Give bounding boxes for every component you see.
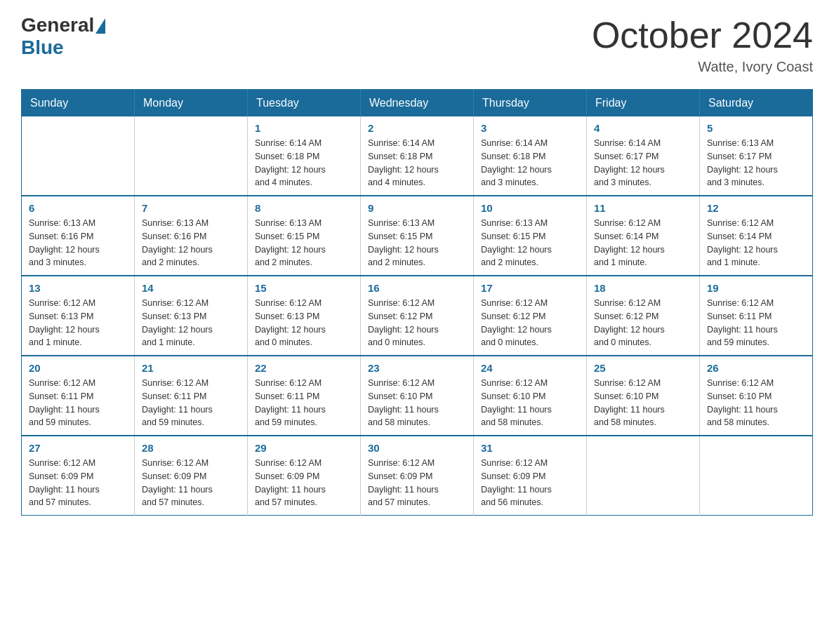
day-info: Sunrise: 6:12 AMSunset: 6:13 PMDaylight:…: [29, 297, 127, 349]
calendar-cell: 25Sunrise: 6:12 AMSunset: 6:10 PMDayligh…: [587, 356, 700, 436]
header-thursday: Thursday: [474, 90, 587, 117]
logo-general-text: General: [21, 14, 94, 36]
header-wednesday: Wednesday: [361, 90, 474, 117]
day-number: 10: [481, 202, 579, 214]
week-row-4: 20Sunrise: 6:12 AMSunset: 6:11 PMDayligh…: [22, 356, 813, 436]
day-number: 28: [142, 442, 240, 454]
day-info: Sunrise: 6:12 AMSunset: 6:10 PMDaylight:…: [481, 377, 579, 429]
header-row: SundayMondayTuesdayWednesdayThursdayFrid…: [22, 90, 813, 117]
day-info: Sunrise: 6:12 AMSunset: 6:10 PMDaylight:…: [707, 377, 805, 429]
calendar-cell: 13Sunrise: 6:12 AMSunset: 6:13 PMDayligh…: [22, 276, 135, 356]
day-number: 7: [142, 202, 240, 214]
page-header: General Blue October 2024 Watte, Ivory C…: [21, 14, 813, 75]
calendar-cell: [22, 116, 135, 196]
day-number: 1: [255, 122, 353, 134]
day-number: 27: [29, 442, 127, 454]
day-info: Sunrise: 6:12 AMSunset: 6:11 PMDaylight:…: [29, 377, 127, 429]
day-info: Sunrise: 6:14 AMSunset: 6:18 PMDaylight:…: [481, 137, 579, 189]
day-number: 14: [142, 282, 240, 294]
day-number: 4: [594, 122, 692, 134]
day-info: Sunrise: 6:13 AMSunset: 6:15 PMDaylight:…: [481, 217, 579, 269]
logo: General Blue: [21, 14, 105, 59]
day-info: Sunrise: 6:13 AMSunset: 6:16 PMDaylight:…: [29, 217, 127, 269]
header-monday: Monday: [135, 90, 248, 117]
calendar-cell: 29Sunrise: 6:12 AMSunset: 6:09 PMDayligh…: [248, 436, 361, 516]
subtitle: Watte, Ivory Coast: [592, 59, 813, 75]
day-number: 31: [481, 442, 579, 454]
day-number: 19: [707, 282, 805, 294]
day-info: Sunrise: 6:12 AMSunset: 6:13 PMDaylight:…: [142, 297, 240, 349]
week-row-5: 27Sunrise: 6:12 AMSunset: 6:09 PMDayligh…: [22, 436, 813, 516]
day-number: 13: [29, 282, 127, 294]
calendar-cell: 4Sunrise: 6:14 AMSunset: 6:17 PMDaylight…: [587, 116, 700, 196]
day-info: Sunrise: 6:12 AMSunset: 6:09 PMDaylight:…: [29, 457, 127, 509]
day-number: 2: [368, 122, 466, 134]
day-number: 25: [594, 362, 692, 374]
day-info: Sunrise: 6:13 AMSunset: 6:15 PMDaylight:…: [255, 217, 353, 269]
day-info: Sunrise: 6:12 AMSunset: 6:11 PMDaylight:…: [707, 297, 805, 349]
main-title: October 2024: [592, 14, 813, 56]
day-number: 5: [707, 122, 805, 134]
calendar-cell: 17Sunrise: 6:12 AMSunset: 6:12 PMDayligh…: [474, 276, 587, 356]
calendar-cell: 14Sunrise: 6:12 AMSunset: 6:13 PMDayligh…: [135, 276, 248, 356]
logo-triangle-icon: [95, 18, 105, 34]
calendar-cell: 6Sunrise: 6:13 AMSunset: 6:16 PMDaylight…: [22, 196, 135, 276]
calendar-cell: [587, 436, 700, 516]
calendar-cell: 9Sunrise: 6:13 AMSunset: 6:15 PMDaylight…: [361, 196, 474, 276]
day-info: Sunrise: 6:12 AMSunset: 6:10 PMDaylight:…: [594, 377, 692, 429]
day-number: 3: [481, 122, 579, 134]
calendar-cell: 2Sunrise: 6:14 AMSunset: 6:18 PMDaylight…: [361, 116, 474, 196]
calendar-cell: 16Sunrise: 6:12 AMSunset: 6:12 PMDayligh…: [361, 276, 474, 356]
day-info: Sunrise: 6:12 AMSunset: 6:11 PMDaylight:…: [255, 377, 353, 429]
week-row-2: 6Sunrise: 6:13 AMSunset: 6:16 PMDaylight…: [22, 196, 813, 276]
calendar-cell: 21Sunrise: 6:12 AMSunset: 6:11 PMDayligh…: [135, 356, 248, 436]
calendar-cell: 20Sunrise: 6:12 AMSunset: 6:11 PMDayligh…: [22, 356, 135, 436]
header-saturday: Saturday: [700, 90, 813, 117]
day-number: 26: [707, 362, 805, 374]
day-info: Sunrise: 6:14 AMSunset: 6:18 PMDaylight:…: [255, 137, 353, 189]
day-info: Sunrise: 6:12 AMSunset: 6:09 PMDaylight:…: [255, 457, 353, 509]
day-number: 15: [255, 282, 353, 294]
calendar-cell: 22Sunrise: 6:12 AMSunset: 6:11 PMDayligh…: [248, 356, 361, 436]
day-number: 29: [255, 442, 353, 454]
day-info: Sunrise: 6:14 AMSunset: 6:17 PMDaylight:…: [594, 137, 692, 189]
calendar-cell: 11Sunrise: 6:12 AMSunset: 6:14 PMDayligh…: [587, 196, 700, 276]
day-number: 17: [481, 282, 579, 294]
calendar-cell: 15Sunrise: 6:12 AMSunset: 6:13 PMDayligh…: [248, 276, 361, 356]
day-info: Sunrise: 6:12 AMSunset: 6:14 PMDaylight:…: [594, 217, 692, 269]
calendar-cell: 26Sunrise: 6:12 AMSunset: 6:10 PMDayligh…: [700, 356, 813, 436]
day-info: Sunrise: 6:13 AMSunset: 6:17 PMDaylight:…: [707, 137, 805, 189]
calendar-cell: 7Sunrise: 6:13 AMSunset: 6:16 PMDaylight…: [135, 196, 248, 276]
day-info: Sunrise: 6:14 AMSunset: 6:18 PMDaylight:…: [368, 137, 466, 189]
day-info: Sunrise: 6:12 AMSunset: 6:09 PMDaylight:…: [368, 457, 466, 509]
day-number: 16: [368, 282, 466, 294]
day-number: 30: [368, 442, 466, 454]
day-info: Sunrise: 6:13 AMSunset: 6:15 PMDaylight:…: [368, 217, 466, 269]
day-number: 18: [594, 282, 692, 294]
day-number: 20: [29, 362, 127, 374]
day-number: 11: [594, 202, 692, 214]
calendar-cell: 23Sunrise: 6:12 AMSunset: 6:10 PMDayligh…: [361, 356, 474, 436]
calendar-cell: 5Sunrise: 6:13 AMSunset: 6:17 PMDaylight…: [700, 116, 813, 196]
day-info: Sunrise: 6:12 AMSunset: 6:12 PMDaylight:…: [481, 297, 579, 349]
day-number: 22: [255, 362, 353, 374]
calendar-header: SundayMondayTuesdayWednesdayThursdayFrid…: [22, 90, 813, 117]
calendar-cell: 10Sunrise: 6:13 AMSunset: 6:15 PMDayligh…: [474, 196, 587, 276]
day-info: Sunrise: 6:12 AMSunset: 6:11 PMDaylight:…: [142, 377, 240, 429]
header-tuesday: Tuesday: [248, 90, 361, 117]
header-friday: Friday: [587, 90, 700, 117]
day-info: Sunrise: 6:13 AMSunset: 6:16 PMDaylight:…: [142, 217, 240, 269]
calendar-cell: 12Sunrise: 6:12 AMSunset: 6:14 PMDayligh…: [700, 196, 813, 276]
calendar-cell: 30Sunrise: 6:12 AMSunset: 6:09 PMDayligh…: [361, 436, 474, 516]
day-number: 23: [368, 362, 466, 374]
day-info: Sunrise: 6:12 AMSunset: 6:12 PMDaylight:…: [594, 297, 692, 349]
week-row-3: 13Sunrise: 6:12 AMSunset: 6:13 PMDayligh…: [22, 276, 813, 356]
day-number: 12: [707, 202, 805, 214]
calendar-cell: 3Sunrise: 6:14 AMSunset: 6:18 PMDaylight…: [474, 116, 587, 196]
calendar-cell: 8Sunrise: 6:13 AMSunset: 6:15 PMDaylight…: [248, 196, 361, 276]
header-sunday: Sunday: [22, 90, 135, 117]
day-number: 21: [142, 362, 240, 374]
day-info: Sunrise: 6:12 AMSunset: 6:12 PMDaylight:…: [368, 297, 466, 349]
day-number: 24: [481, 362, 579, 374]
logo-blue-text: Blue: [21, 36, 64, 59]
